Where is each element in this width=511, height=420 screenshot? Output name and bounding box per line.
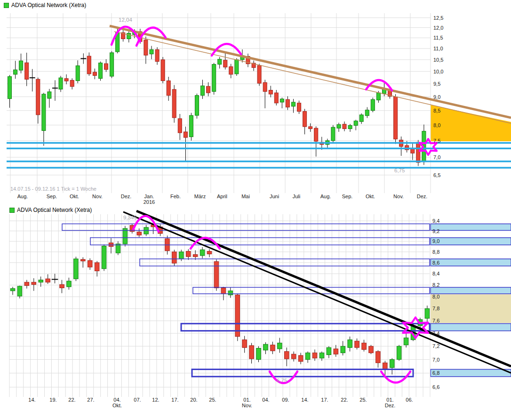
y-axis-label: 9,4 <box>432 218 439 224</box>
y-axis-label: 8,0 <box>432 294 439 299</box>
candle-down <box>207 86 210 93</box>
y-axis-label: 9,5 <box>433 81 440 87</box>
candle-up <box>354 121 358 126</box>
candle-down <box>207 251 212 254</box>
x-axis-label: 22. <box>68 397 75 403</box>
candle-up <box>74 259 79 279</box>
x-axis-sublabel: Dez. <box>385 403 396 408</box>
x-axis-label: Nov. <box>92 194 103 199</box>
x-axis-label: Sep. <box>47 194 57 199</box>
x-axis-label: 17. <box>321 397 328 403</box>
candle-down <box>87 56 91 74</box>
candle-up <box>99 63 103 79</box>
y-axis-label: 8,2 <box>432 282 439 288</box>
y-axis-label: 11,0 <box>433 46 443 51</box>
candle-down <box>95 263 99 271</box>
x-axis-label: Feb. <box>170 194 181 199</box>
candle-up <box>110 53 114 76</box>
candle-up <box>218 59 222 65</box>
candle-up <box>390 360 395 368</box>
support-resistance-zone[interactable] <box>62 224 430 230</box>
candle-down <box>411 149 415 153</box>
y-axis-label: 12,0 <box>433 25 443 31</box>
x-axis-label: 07. <box>134 397 141 403</box>
x-axis-label: 01. <box>386 397 393 403</box>
y-axis-label: 7,5 <box>433 138 440 144</box>
axis-zone-band[interactable] <box>431 238 511 245</box>
x-axis-label: 12. <box>152 397 159 403</box>
y-axis-label: 8,5 <box>433 108 440 113</box>
y-axis-label: 8,0 <box>433 122 440 128</box>
candle-down <box>416 142 420 162</box>
y-axis-label: 7,8 <box>432 306 439 311</box>
candle-down <box>369 346 374 353</box>
candle-up <box>337 125 341 129</box>
price-range-highlight[interactable] <box>431 294 511 323</box>
price-note-label: 6,75 <box>277 378 287 383</box>
candle-up <box>371 99 375 111</box>
axis-labels: 12,512,011,511,010,510,09,59,08,58,07,57… <box>17 15 444 205</box>
charts-canvas[interactable]: 12,046,7512,512,011,511,010,510,09,59,08… <box>0 0 511 420</box>
candle-down <box>24 282 29 285</box>
x-axis-label: 25. <box>359 397 367 403</box>
daily-chart: 9,3456,759,49,29,08,88,68,48,28,07,87,67… <box>9 211 511 408</box>
candle-up <box>39 280 43 283</box>
candle-down <box>221 288 226 294</box>
candle-up <box>397 346 401 359</box>
weekly-chart: 12,046,7512,512,011,511,010,510,09,59,08… <box>7 13 511 205</box>
axis-zone-band[interactable] <box>431 287 511 294</box>
support-resistance-zone[interactable] <box>181 323 430 331</box>
candle-down <box>249 346 254 359</box>
candle-down <box>70 80 74 86</box>
candle-down <box>178 119 182 133</box>
candle-down <box>229 67 233 74</box>
candle-up <box>150 49 153 54</box>
y-axis-label: 12,5 <box>433 15 443 21</box>
candle-up <box>76 66 80 81</box>
candle-up <box>278 343 282 349</box>
y-axis-label: 8,6 <box>432 260 439 266</box>
x-axis-label: Nov. <box>393 194 404 199</box>
x-axis-label: 01. <box>243 397 250 403</box>
x-axis-label: 04. <box>262 397 269 403</box>
candle-up <box>348 125 352 129</box>
x-axis-label: Jan. <box>144 194 154 199</box>
candle-down <box>36 79 40 115</box>
candle-up <box>179 252 184 259</box>
axis-zone-band[interactable] <box>431 224 511 230</box>
axis-zone-band[interactable] <box>431 323 511 331</box>
y-axis-label: 9,0 <box>433 94 440 100</box>
x-axis-sublabel: Nov. <box>242 403 252 408</box>
candle-up <box>292 102 295 106</box>
candle-down <box>32 282 36 284</box>
price-note-label: 9,345 <box>123 215 137 220</box>
axis-labels: 9,49,29,08,88,68,48,28,07,87,67,47,27,06… <box>28 218 439 408</box>
candle-up <box>8 77 12 99</box>
candle-up <box>14 70 17 74</box>
candle-down <box>161 60 165 81</box>
y-axis-label: 7,0 <box>433 154 440 160</box>
candle-down <box>298 355 303 362</box>
x-axis-label: 14. <box>301 397 308 403</box>
candle-up <box>200 250 205 256</box>
y-axis-label: 6,8 <box>432 370 439 376</box>
axis-zone-band[interactable] <box>431 259 511 266</box>
candle-down <box>334 349 338 354</box>
candle-down <box>214 262 219 288</box>
y-axis-label: 9,0 <box>432 238 439 244</box>
x-axis-sublabel: 2016 <box>144 199 155 205</box>
x-axis-label: März <box>194 194 206 199</box>
candle-up <box>195 96 199 115</box>
candle-down <box>155 49 159 61</box>
candle-down <box>314 128 318 141</box>
y-axis-label: 7,2 <box>432 343 439 349</box>
candle-down <box>309 127 312 129</box>
x-axis-label: 17. <box>171 397 178 403</box>
trend-wedge-highlight[interactable] <box>431 105 511 141</box>
axis-zone-band[interactable] <box>431 369 511 376</box>
trend-line[interactable] <box>110 26 511 118</box>
candle-down <box>263 82 267 91</box>
candle-down <box>292 354 296 359</box>
y-axis-label: 6,5 <box>433 172 440 178</box>
x-axis-label: Dez. <box>121 194 132 199</box>
